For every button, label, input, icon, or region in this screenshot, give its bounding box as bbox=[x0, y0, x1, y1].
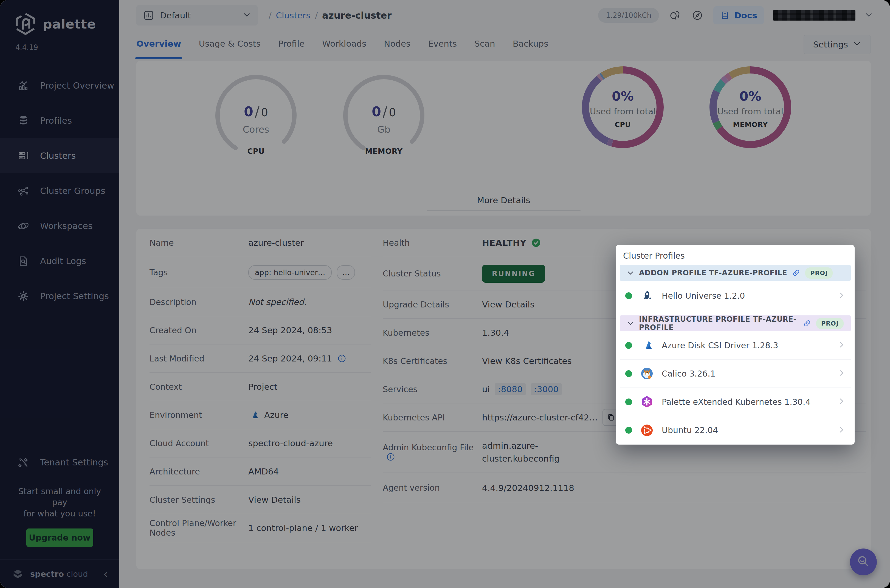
pack-name: Hello Universe 1.2.0 bbox=[662, 291, 745, 301]
pack-row-hello-universe[interactable]: Hello Universe 1.2.0 bbox=[620, 281, 851, 311]
popup-title: Cluster Profiles bbox=[616, 245, 855, 265]
chevron-right-icon bbox=[837, 341, 845, 350]
link-icon[interactable] bbox=[803, 319, 811, 327]
pack-row-ubuntu[interactable]: Ubuntu 22.04 bbox=[620, 416, 851, 444]
chevron-right-icon bbox=[837, 291, 845, 300]
app-window: palette 4.4.19 Project Overview Profiles… bbox=[0, 0, 890, 588]
pack-row-calico[interactable]: Calico 3.26.1 bbox=[620, 360, 851, 388]
infrastructure-profile-header[interactable]: INFRASTRUCTURE PROFILE TF-AZURE-PROFILE … bbox=[620, 315, 851, 331]
status-dot bbox=[625, 370, 632, 377]
pxk-icon bbox=[640, 395, 653, 408]
addon-profile-title: ADDON PROFILE TF-AZURE-PROFILE bbox=[639, 269, 787, 277]
link-icon[interactable] bbox=[792, 269, 800, 277]
proj-scope-badge: PROJ bbox=[805, 267, 833, 279]
pack-name: Palette eXtended Kubernetes 1.30.4 bbox=[662, 397, 811, 407]
pack-name: Ubuntu 22.04 bbox=[662, 425, 718, 435]
rocket-icon bbox=[640, 290, 653, 303]
addon-profile-header[interactable]: ADDON PROFILE TF-AZURE-PROFILE PROJ bbox=[620, 265, 851, 281]
chevron-right-icon bbox=[837, 398, 845, 406]
cluster-profiles-popup: Cluster Profiles ADDON PROFILE TF-AZURE-… bbox=[616, 245, 855, 445]
chevron-right-icon bbox=[837, 369, 845, 378]
azure-icon bbox=[640, 339, 653, 352]
ubuntu-icon bbox=[640, 424, 653, 437]
pack-name: Azure Disk CSI Driver 1.28.3 bbox=[662, 340, 778, 350]
pack-row-palette-extended-kubernetes[interactable]: Palette eXtended Kubernetes 1.30.4 bbox=[620, 388, 851, 416]
status-dot bbox=[625, 292, 632, 299]
chevron-down-icon bbox=[627, 269, 634, 276]
chevron-down-icon bbox=[627, 320, 634, 327]
chevron-right-icon bbox=[837, 426, 845, 435]
pack-name: Calico 3.26.1 bbox=[662, 369, 716, 378]
status-dot bbox=[625, 399, 632, 405]
status-dot bbox=[625, 342, 632, 349]
calico-icon bbox=[640, 367, 653, 380]
pack-row-azure-disk-csi[interactable]: Azure Disk CSI Driver 1.28.3 bbox=[620, 331, 851, 360]
status-dot bbox=[625, 427, 632, 434]
proj-scope-badge: PROJ bbox=[816, 318, 843, 329]
infrastructure-profile-title: INFRASTRUCTURE PROFILE TF-AZURE-PROFILE bbox=[639, 315, 798, 332]
